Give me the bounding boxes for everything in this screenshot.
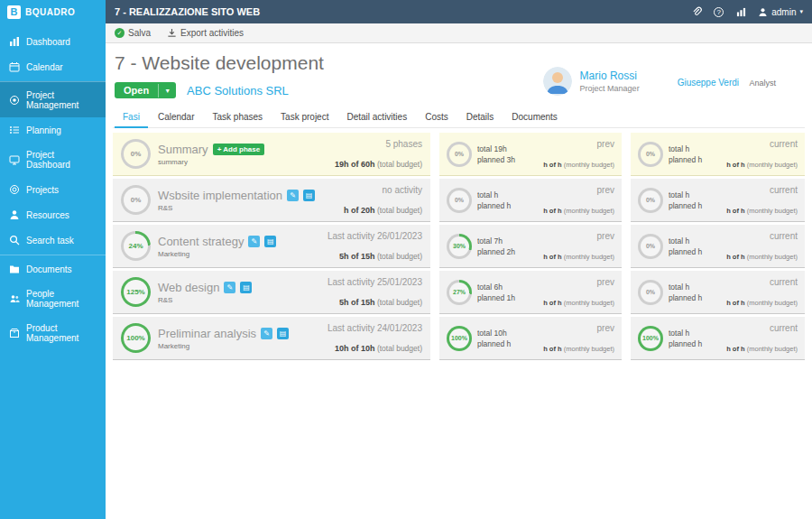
phase-subtitle: summary: [158, 158, 264, 166]
analyst-name[interactable]: Giuseppe Verdi: [678, 78, 739, 88]
current-total: total h: [669, 236, 702, 246]
current-planned: planned h: [669, 155, 702, 164]
chevron-down-icon[interactable]: ▼: [158, 84, 176, 97]
tab-documents[interactable]: Documents: [503, 108, 566, 127]
phase-progress-ring: 0%: [121, 139, 151, 169]
monthly-budget: h of h (monthly budget): [543, 253, 614, 261]
app-logo[interactable]: B BQUADRO: [0, 0, 106, 23]
phase-current-panel: 100% total h planned h current h of h (m…: [631, 317, 805, 360]
phase-main-panel[interactable]: 125% Web design ✎ ▤ R&S Last activity 25…: [113, 271, 430, 314]
sidebar-item-projects[interactable]: Projects: [0, 177, 106, 202]
phase-current-panel: 0% total h planned h current h of h (mon…: [631, 271, 805, 314]
sidebar-item-project-management[interactable]: Project Management: [0, 81, 106, 117]
check-icon: ✓: [115, 28, 125, 38]
phase-card-icon[interactable]: ▤: [277, 328, 289, 339]
phase-list: 0% Summary + Add phase summary 5 phases …: [113, 133, 805, 360]
monthly-budget: h of h (monthly budget): [726, 207, 798, 215]
phase-main-panel[interactable]: 24% Content strategy ✎ ▤ Marketing Last …: [113, 225, 430, 268]
add-phase-button[interactable]: + Add phase: [213, 144, 265, 155]
sidebar-item-resources[interactable]: Resources: [0, 202, 106, 227]
search-icon: [9, 235, 20, 246]
target-icon: [9, 95, 20, 106]
monthly-budget: h of h (monthly budget): [543, 299, 614, 307]
prev-progress-ring: 100%: [447, 326, 472, 351]
phase-prev-panel: 0% total 19h planned 3h prev h of h (mon…: [439, 133, 622, 176]
prev-total: total 7h: [477, 236, 515, 246]
tab-detail-activities[interactable]: Detail activities: [338, 108, 415, 127]
current-planned: planned h: [669, 339, 702, 348]
status-open-button[interactable]: Open ▼: [115, 82, 176, 98]
phase-card-icon[interactable]: ▤: [240, 282, 252, 293]
prev-planned: planned h: [477, 201, 511, 210]
attachment-icon[interactable]: [691, 6, 702, 17]
tab-task-phases[interactable]: Task phases: [205, 108, 272, 127]
project-manager-name[interactable]: Mario Rossi: [580, 70, 640, 82]
current-planned: planned h: [669, 293, 702, 302]
tab-task-project[interactable]: Task project: [272, 108, 337, 127]
sidebar-item-documents[interactable]: Documents: [0, 255, 106, 282]
tab-fasi[interactable]: Fasi: [115, 108, 148, 128]
period-label: current: [770, 185, 798, 195]
prev-progress-ring: 0%: [447, 188, 472, 213]
phase-name[interactable]: Summary: [158, 143, 208, 156]
phase-activity: no activity: [383, 185, 422, 195]
prev-total: total 6h: [477, 283, 515, 292]
sidebar-item-project-dashboard[interactable]: Project Dashboard: [0, 143, 106, 177]
export-activities-button[interactable]: Export activities: [167, 28, 244, 38]
phase-row: 100% Preliminar analysis ✎ ▤ Marketing L…: [113, 317, 805, 360]
phase-progress-ring: 125%: [121, 277, 151, 307]
tab-costs[interactable]: Costs: [417, 108, 457, 127]
phase-name[interactable]: Preliminar analysis: [158, 327, 256, 340]
phase-name[interactable]: Wsbsite implementation: [158, 189, 282, 202]
user-menu[interactable]: admin ▾: [758, 7, 803, 17]
phase-activity: 5 phases: [385, 139, 422, 149]
phase-budget: 5h of 15h (total budget): [339, 252, 422, 261]
phase-prev-panel: 0% total h planned h prev h of h (monthl…: [439, 179, 622, 222]
monthly-budget: h of h (monthly budget): [726, 345, 798, 353]
edit-phase-icon[interactable]: ✎: [287, 190, 299, 201]
phase-subtitle: Marketing: [158, 342, 289, 350]
phase-budget: 19h of 60h (total budget): [335, 160, 422, 169]
chevron-down-icon: ▾: [799, 8, 803, 15]
phase-subtitle: R&S: [158, 204, 315, 212]
prev-progress-ring: 30%: [447, 234, 472, 259]
edit-phase-icon[interactable]: ✎: [248, 236, 260, 247]
person-icon: [9, 209, 20, 220]
phase-main-panel[interactable]: 0% Wsbsite implementation ✎ ▤ R&S no act…: [113, 179, 430, 222]
period-label: prev: [597, 277, 614, 287]
phase-name[interactable]: Content strategy: [158, 235, 244, 248]
prev-total: total h: [477, 190, 511, 199]
phase-row: 0% Wsbsite implementation ✎ ▤ R&S no act…: [113, 179, 805, 222]
sidebar-item-calendar[interactable]: Calendar: [0, 54, 106, 79]
stats-icon[interactable]: [735, 6, 746, 17]
monthly-budget: h of h (monthly budget): [726, 161, 798, 169]
phase-row-summary: 0% Summary + Add phase summary 5 phases …: [113, 133, 805, 176]
phase-card-icon[interactable]: ▤: [264, 236, 276, 247]
edit-phase-icon[interactable]: ✎: [224, 282, 235, 293]
current-progress-ring: 100%: [638, 326, 663, 351]
tab-details[interactable]: Details: [458, 108, 503, 127]
phase-card-icon[interactable]: ▤: [303, 190, 315, 201]
phase-main-panel[interactable]: 0% Summary + Add phase summary 5 phases …: [113, 133, 430, 176]
period-label: prev: [597, 323, 614, 333]
phase-name[interactable]: Web design: [158, 281, 219, 294]
sidebar-item-search-task[interactable]: Search task: [0, 227, 106, 253]
customer-link[interactable]: ABC Solutions SRL: [187, 84, 289, 97]
sidebar-item-product-management[interactable]: Product Management: [0, 316, 106, 350]
period-label: current: [770, 277, 798, 287]
page-title: 7 - Website development: [115, 52, 324, 74]
prev-planned: planned 2h: [477, 247, 515, 256]
sidebar-item-people-management[interactable]: People Management: [0, 282, 106, 316]
box-icon: [9, 328, 20, 338]
phase-current-panel: 0% total h planned h current h of h (mon…: [631, 225, 805, 268]
edit-phase-icon[interactable]: ✎: [261, 328, 272, 339]
period-label: current: [770, 231, 798, 241]
save-button[interactable]: ✓ Salva: [115, 28, 151, 38]
sidebar-item-planning[interactable]: Planning: [0, 117, 106, 143]
tab-calendar[interactable]: Calendar: [150, 108, 203, 127]
phase-main-panel[interactable]: 100% Preliminar analysis ✎ ▤ Marketing L…: [113, 317, 430, 360]
phase-activity: Last activity 26/01/2023: [328, 231, 422, 241]
help-icon[interactable]: ?: [714, 7, 724, 17]
sidebar-item-dashboard[interactable]: Dashboard: [0, 29, 106, 54]
action-toolbar: ✓ Salva Export activities: [106, 23, 812, 43]
